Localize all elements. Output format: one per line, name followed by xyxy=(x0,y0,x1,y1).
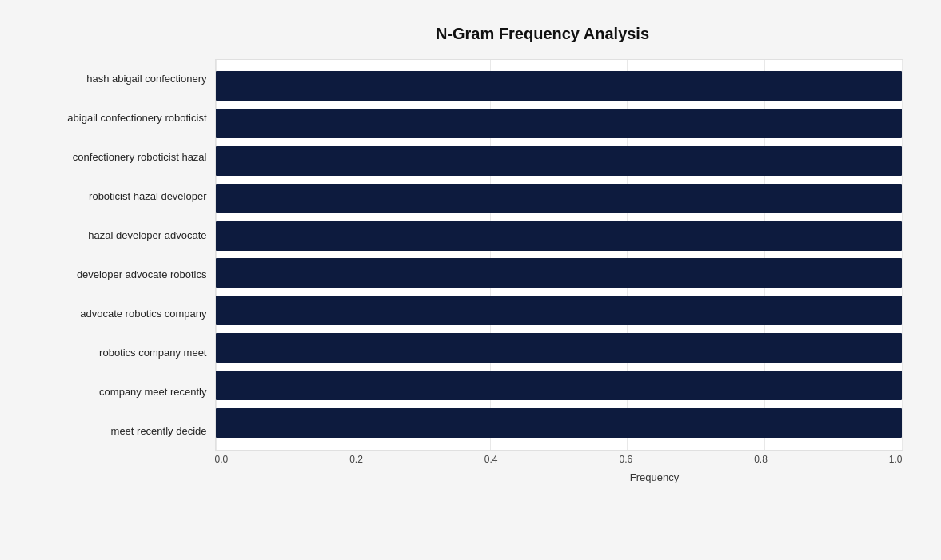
bar-row xyxy=(216,405,902,441)
bars-container xyxy=(216,60,902,450)
y-label: meet recently decide xyxy=(23,411,207,451)
y-label: company meet recently xyxy=(23,372,207,411)
chart-title: N-Gram Frequency Analysis xyxy=(23,25,903,43)
x-tick-label: 1.0 xyxy=(889,454,903,465)
y-label: robotics company meet xyxy=(23,333,207,372)
y-label: advocate robotics company xyxy=(23,294,207,333)
bar xyxy=(216,109,902,138)
x-tick-label: 0.2 xyxy=(349,454,363,465)
chart-container: N-Gram Frequency Analysis hash abigail c… xyxy=(15,9,927,552)
y-label: developer advocate robotics xyxy=(23,255,207,294)
bar xyxy=(216,146,902,176)
x-tick-label: 0.6 xyxy=(619,454,632,465)
plot-area xyxy=(215,59,903,451)
bar-row xyxy=(216,181,902,216)
grid-line xyxy=(902,60,903,450)
y-label: hazal developer advocate xyxy=(23,216,207,255)
bar-row xyxy=(216,330,902,366)
bar-row xyxy=(216,255,902,291)
x-axis-title: Frequency xyxy=(215,471,903,483)
bar-row xyxy=(216,292,902,328)
bar xyxy=(216,221,902,251)
bar-row xyxy=(216,105,902,141)
x-tick-label: 0.8 xyxy=(754,454,768,465)
y-label: hash abigail confectionery xyxy=(23,59,207,98)
x-tick-label: 0.0 xyxy=(215,454,229,465)
bar xyxy=(216,184,902,213)
y-axis-labels: hash abigail confectioneryabigail confec… xyxy=(23,59,215,451)
bar xyxy=(216,258,902,288)
bar-row xyxy=(216,367,902,403)
bar-row xyxy=(216,218,902,254)
y-label: roboticist hazal developer xyxy=(23,177,207,216)
x-tick-label: 0.4 xyxy=(484,454,498,465)
bar-row xyxy=(216,68,902,104)
bar-row xyxy=(216,143,902,179)
bar xyxy=(216,296,902,325)
x-axis-labels: 0.00.20.40.60.81.0 xyxy=(215,451,903,465)
y-label: abigail confectionery roboticist xyxy=(23,98,207,137)
bar xyxy=(216,71,902,101)
bar xyxy=(216,333,902,363)
x-axis-section: 0.00.20.40.60.81.0 Frequency xyxy=(23,451,903,483)
y-label: confectionery roboticist hazal xyxy=(23,137,207,177)
bar xyxy=(216,408,902,438)
bar xyxy=(216,371,902,400)
